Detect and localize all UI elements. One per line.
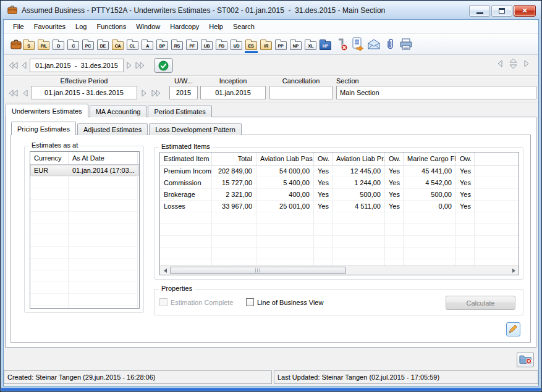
table-row[interactable]: Brokerage2 321,00400,00Yes500,00Yes500,0… <box>160 189 519 201</box>
column-header[interactable]: Ow. <box>456 152 475 165</box>
scroll-updown-icon[interactable] <box>509 58 517 70</box>
table-row[interactable] <box>30 294 139 306</box>
calculate-button[interactable]: Calculate <box>446 296 515 310</box>
column-header[interactable]: Ow. <box>314 152 332 165</box>
last-period-icon[interactable] <box>151 86 162 100</box>
next-period-icon[interactable] <box>140 86 148 100</box>
scroll-right-icon[interactable] <box>523 59 530 69</box>
tab-underwriters-estimates[interactable]: Underwriters Estimates <box>6 104 88 117</box>
table-row[interactable] <box>30 247 139 259</box>
toolbar-button-cl[interactable]: CL <box>126 36 139 53</box>
toolbar-button-np[interactable]: NP <box>289 36 302 53</box>
table-row[interactable] <box>30 188 139 200</box>
effective-period-field[interactable]: 01.jan.2015 - 31.des.2015 <box>31 86 137 99</box>
estimated-items-table[interactable]: Estimated ItemTotalAviation Liab Pas...O… <box>159 152 519 275</box>
toolbar-button-pd[interactable]: PD <box>215 36 228 53</box>
table-row[interactable] <box>30 235 139 247</box>
table-row[interactable] <box>30 282 139 294</box>
tab-period-estimates[interactable]: Period Estimates <box>148 106 211 117</box>
scroll-right-button[interactable] <box>509 266 519 275</box>
close-business-button[interactable] <box>517 352 534 367</box>
toolbar-button-ud[interactable]: UD <box>230 36 243 53</box>
briefcase-toolbar-icon[interactable] <box>9 36 22 53</box>
title-bar[interactable]: Assumed Business - PTTY152A - Underwrite… <box>1 1 541 19</box>
toolbar-button-pf[interactable]: PF <box>185 36 198 53</box>
first-period-icon[interactable] <box>7 86 19 100</box>
toolbar-button-c[interactable]: C <box>67 36 80 53</box>
column-header[interactable]: Aviation Liab Pr... <box>332 152 385 165</box>
tab-ma-accounting[interactable]: MA Accounting <box>90 106 147 117</box>
table-row[interactable]: EUR01.jan.2014 (17:03... <box>30 165 139 177</box>
toolbar-button-de[interactable]: DE <box>96 36 109 53</box>
mail-icon[interactable] <box>367 36 380 53</box>
scrollbar-thumb[interactable] <box>170 267 346 274</box>
close-button[interactable]: ✕ <box>514 5 536 17</box>
table-row[interactable]: Losses33 967,0025 001,00Yes4 511,00Yes0,… <box>160 201 519 212</box>
table-row[interactable] <box>160 224 519 236</box>
table-row[interactable] <box>160 259 519 265</box>
menu-log[interactable]: Log <box>70 21 91 32</box>
toolbar-button-s[interactable]: S <box>22 36 35 53</box>
table-row[interactable] <box>30 259 139 270</box>
maximize-button[interactable] <box>491 5 512 17</box>
toolbar-button-ir[interactable]: IR <box>260 36 273 53</box>
menu-file[interactable]: File <box>8 21 29 32</box>
subtab-loss-development-pattern[interactable]: Loss Development Pattern <box>149 123 242 135</box>
list-header[interactable]: Estimated ItemTotalAviation Liab Pas...O… <box>160 152 519 165</box>
menu-favourites[interactable]: Favourites <box>29 21 70 32</box>
first-record-icon[interactable] <box>7 59 19 72</box>
period-field[interactable]: 01.jan.2015 - 31.des.2015 <box>30 59 124 72</box>
menu-window[interactable]: Window <box>131 21 165 32</box>
scrollbar-track[interactable] <box>170 266 509 275</box>
table-row[interactable] <box>30 270 139 282</box>
table-row[interactable] <box>30 212 139 223</box>
toolbar-button-es[interactable]: ES <box>245 36 258 53</box>
toolbar-button-a[interactable]: A <box>141 36 154 53</box>
toolbar-button-hp[interactable]: HP <box>319 36 332 53</box>
report-icon[interactable] <box>351 36 364 53</box>
column-header[interactable]: Marine Cargo Fl... <box>404 152 456 165</box>
table-row[interactable] <box>30 306 139 308</box>
toolbar-button-pp[interactable]: PP <box>274 36 287 53</box>
toolbar-button-rs[interactable]: RS <box>171 36 184 53</box>
edit-button[interactable] <box>506 322 520 336</box>
toolbar-button-pc[interactable]: PC <box>82 36 95 53</box>
minimize-button[interactable] <box>469 5 490 17</box>
table-row[interactable] <box>160 248 519 259</box>
toolbar-button-ub[interactable]: UB <box>200 36 213 53</box>
section-field[interactable]: Main Section <box>336 86 536 99</box>
estimation-complete-checkbox[interactable] <box>159 298 167 306</box>
menu-functions[interactable]: Functions <box>91 21 131 32</box>
last-record-icon[interactable] <box>135 59 146 72</box>
menu-search[interactable]: Search <box>228 21 260 32</box>
inception-field[interactable]: 01.jan.2015 <box>200 86 266 99</box>
horizontal-scrollbar[interactable] <box>160 265 519 275</box>
column-header[interactable]: Currency <box>30 152 69 164</box>
previous-record-icon[interactable] <box>20 59 28 72</box>
table-row[interactable] <box>30 200 139 212</box>
scroll-left-icon[interactable] <box>497 59 503 69</box>
attachment-icon[interactable] <box>383 36 396 53</box>
menu-hardcopy[interactable]: Hardcopy <box>165 21 204 32</box>
column-header[interactable]: Total <box>212 152 256 165</box>
delete-record-icon[interactable] <box>335 36 348 53</box>
table-row[interactable]: Commission15 727,005 400,00Yes1 244,00Ye… <box>160 177 519 189</box>
column-header[interactable]: Ow. <box>385 152 404 165</box>
list-header[interactable]: CurrencyAs At Date <box>30 152 139 165</box>
column-header[interactable]: Estimated Item <box>160 152 212 165</box>
cancellation-field[interactable] <box>269 86 332 99</box>
confirm-button[interactable] <box>154 58 173 73</box>
toolbar-button-dp[interactable]: DP <box>156 36 169 53</box>
column-header[interactable]: Aviation Liab Pas... <box>256 152 314 165</box>
scroll-left-button[interactable] <box>160 266 170 275</box>
table-row[interactable] <box>30 177 139 188</box>
toolbar-button-xl[interactable]: XL <box>304 36 317 53</box>
next-record-icon[interactable] <box>125 59 133 72</box>
table-row[interactable] <box>30 223 139 235</box>
print-icon[interactable] <box>399 36 412 53</box>
column-header[interactable]: As At Date <box>69 152 138 164</box>
estimates-as-at-table[interactable]: CurrencyAs At DateEUR01.jan.2014 (17:03.… <box>30 151 140 309</box>
uw-year-field[interactable]: 2015 <box>169 86 198 99</box>
toolbar-button-d[interactable]: D <box>52 36 65 53</box>
line-of-business-checkbox[interactable] <box>246 298 254 306</box>
